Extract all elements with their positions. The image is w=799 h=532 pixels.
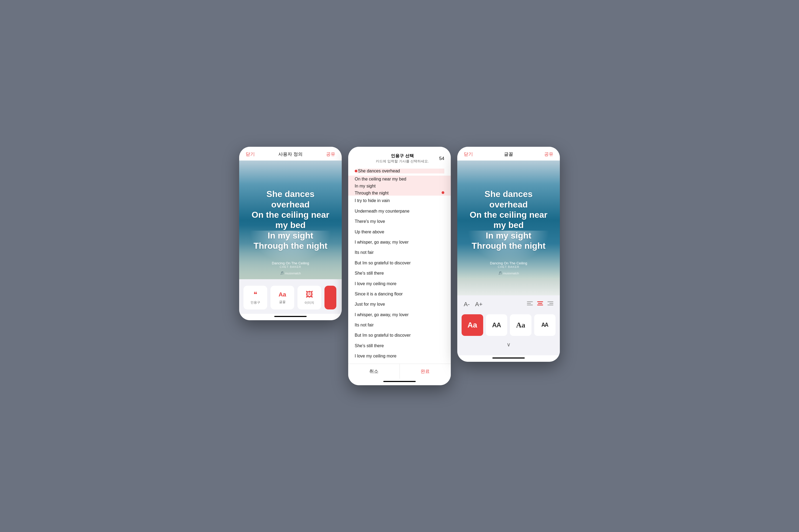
screen1-song-title: Dancing On The Ceiling: [239, 261, 342, 265]
screen2-header-center: 인용구 선택 카드에 입력할 가사를 선택하세요.: [376, 153, 429, 164]
lyric-line-17[interactable]: But Im so grateful to discover: [348, 330, 451, 340]
chevron-down-icon[interactable]: ∨: [507, 341, 511, 348]
lyric-text-3: Through the night: [355, 191, 442, 195]
svg-rect-7: [549, 303, 553, 304]
lyric-text-13: Since it is a dancing floor: [355, 292, 403, 296]
screen2-title: 인용구 선택: [391, 153, 413, 159]
lyric-line-0[interactable]: She dances overhead: [348, 167, 451, 176]
image-icon: 🖼: [305, 290, 313, 299]
screen3-song-title: Dancing On The Ceiling: [457, 261, 560, 265]
font-option-mono[interactable]: AA: [534, 314, 556, 336]
screen3-header: 닫기 글꼴 공유: [457, 147, 560, 160]
svg-rect-1: [527, 303, 531, 304]
font-size-controls: A- A+: [464, 301, 483, 308]
screen3-lyrics-text: She dances overheadOn the ceiling near m…: [465, 189, 552, 251]
lyric-text-16: Its not fair: [355, 323, 374, 327]
tool-filter[interactable]: [324, 286, 336, 309]
lyric-text-14: Just for my love: [355, 302, 385, 306]
screen3-musixmatch-logo: 🎵 musixmatch: [498, 271, 519, 275]
lyric-line-8[interactable]: I whisper, go away, my lover: [348, 237, 451, 247]
lyric-line-18[interactable]: She's still there: [348, 341, 451, 351]
svg-rect-0: [527, 301, 533, 302]
lyric-text-0: She dances overhead: [357, 169, 444, 173]
lyric-text-8: I whisper, go away, my lover: [355, 240, 409, 244]
lyric-line-1[interactable]: On the ceiling near my bed: [348, 176, 451, 183]
lyric-line-9[interactable]: Its not fair: [348, 247, 451, 258]
lyric-text-19: I love my ceiling more: [355, 354, 396, 358]
font-option-sans[interactable]: Aa: [462, 314, 483, 336]
align-center-button[interactable]: [537, 301, 543, 307]
tool-quote[interactable]: ❝ 인용구: [243, 286, 267, 309]
align-left-button[interactable]: [527, 301, 533, 307]
lyric-line-3[interactable]: Through the night: [348, 190, 451, 195]
musixmatch-logo: 🎵 musixmatch: [280, 271, 301, 275]
lyric-text-7: Up there above: [355, 230, 384, 234]
home-bar-3: [493, 358, 525, 359]
screen3-close-button[interactable]: 닫기: [464, 151, 473, 157]
lyric-line-15[interactable]: I whisper, go away, my lover: [348, 310, 451, 320]
font-icon: Aa: [279, 291, 286, 298]
lyric-line-4[interactable]: I try to hide in vain: [348, 195, 451, 206]
lyric-text-4: I try to hide in vain: [355, 198, 390, 203]
home-bar-2: [383, 381, 416, 382]
screen3-home-indicator: [457, 355, 560, 362]
lyric-text-6: There's my love: [355, 219, 385, 224]
lyric-line-10[interactable]: But Im so grateful to discover: [348, 258, 451, 268]
svg-rect-6: [547, 301, 553, 302]
lyric-text-12: I love my ceiling more: [355, 281, 396, 286]
phone-screen-3: 닫기 글꼴 공유 She dances overheadOn the ceili…: [457, 147, 560, 362]
font-controls: A- A+ Aa: [457, 296, 560, 355]
align-right-button[interactable]: [547, 301, 553, 307]
screen1-share-button[interactable]: 공유: [326, 151, 335, 157]
font-option-serif[interactable]: Aa: [510, 314, 532, 336]
align-controls: [527, 301, 553, 307]
screen3-artist: CHET BAKER: [457, 265, 560, 268]
tool-font-label: 글꼴: [279, 300, 285, 304]
screen1-title: 사용자 정의: [278, 151, 302, 157]
musixmatch-icon: 🎵: [280, 271, 284, 275]
lyric-line-16[interactable]: Its not fair: [348, 320, 451, 330]
lyric-text-15: I whisper, go away, my lover: [355, 312, 409, 317]
phone-screen-2: 인용구 선택 카드에 입력할 가사를 선택하세요. 54 She dances …: [348, 147, 451, 385]
screen3-card-image: She dances overheadOn the ceiling near m…: [457, 160, 560, 279]
screen1-song-info: Dancing On The Ceiling CHET BAKER: [239, 261, 342, 268]
svg-rect-8: [547, 305, 553, 305]
screen3-fade: [457, 279, 560, 296]
screen2-subtitle: 카드에 입력할 가사를 선택하세요.: [376, 159, 429, 164]
tool-image[interactable]: 🖼 이미지: [297, 286, 321, 309]
svg-rect-2: [527, 305, 533, 305]
lyric-line-11[interactable]: She's still there: [348, 268, 451, 279]
cancel-button[interactable]: 취소: [348, 364, 400, 379]
screen2-home-indicator: [348, 379, 451, 385]
font-increase-button[interactable]: A+: [475, 301, 483, 308]
font-option-serif-cap[interactable]: AA: [486, 314, 507, 336]
screen3-song-info: Dancing On The Ceiling CHET BAKER: [457, 261, 560, 268]
quote-icon: ❝: [254, 290, 257, 299]
lyric-line-5[interactable]: Underneath my counterpane: [348, 206, 451, 216]
lyric-line-13[interactable]: Since it is a dancing floor: [348, 289, 451, 299]
lyric-line-2[interactable]: In my sight: [348, 183, 451, 190]
screen1-home-indicator: [239, 314, 342, 320]
lyric-line-12[interactable]: I love my ceiling more: [348, 279, 451, 289]
lyric-line-19[interactable]: I love my ceiling more: [348, 351, 451, 361]
tool-quote-label: 인용구: [250, 300, 260, 305]
lyric-line-14[interactable]: Just for my love: [348, 299, 451, 309]
screen3-share-button[interactable]: 공유: [544, 151, 553, 157]
lyric-text-9: Its not fair: [355, 250, 374, 255]
screen3-lyrics-display: She dances overheadOn the ceiling near m…: [457, 189, 560, 251]
svg-rect-4: [538, 303, 542, 304]
screen1-close-button[interactable]: 닫기: [246, 151, 255, 157]
lyric-line-7[interactable]: Up there above: [348, 227, 451, 237]
font-decrease-button[interactable]: A-: [464, 301, 470, 308]
screen2-bottom-actions: 취소 완료: [348, 364, 451, 379]
screen1-artist: CHET BAKER: [239, 265, 342, 268]
screen3-musixmatch-text: musixmatch: [503, 272, 519, 275]
lyrics-selection-list[interactable]: She dances overhead On the ceiling near …: [348, 164, 451, 363]
lyric-text-10: But Im so grateful to discover: [355, 261, 411, 265]
screen1-toolbar: ❝ 인용구 Aa 글꼴 🖼 이미지: [239, 279, 342, 314]
screen1-card-image: She dances overheadOn the ceiling near m…: [239, 160, 342, 279]
lyric-line-6[interactable]: There's my love: [348, 216, 451, 227]
svg-rect-3: [537, 301, 543, 302]
tool-font[interactable]: Aa 글꼴: [271, 286, 294, 309]
confirm-button[interactable]: 완료: [400, 364, 451, 379]
